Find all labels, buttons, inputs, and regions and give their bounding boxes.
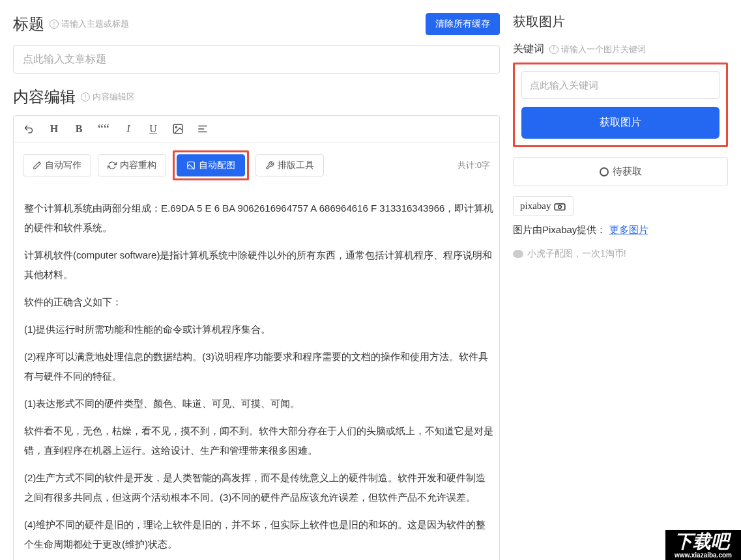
restructure-button[interactable]: 内容重构 <box>98 154 166 176</box>
paragraph: 整个计算机系统由两部分组成：E.69DA 5 E 6 BA 9062616964… <box>24 199 494 238</box>
provider-text: 图片由Pixabay提供： 更多图片 <box>513 224 728 236</box>
more-images-link[interactable]: 更多图片 <box>609 224 648 235</box>
title-input[interactable] <box>13 45 500 74</box>
camera-icon <box>553 202 566 211</box>
keyword-highlight-box: 获取图片 <box>513 63 728 147</box>
info-icon: ! <box>549 45 559 54</box>
sidebar: 获取图片 关键词 ! 请输入一个图片关键词 获取图片 待获取 pixabay 图… <box>513 13 728 560</box>
editor-box: H B ““ I U 自动写作 内容重构 <box>13 115 500 560</box>
fetch-image-button[interactable]: 获取图片 <box>521 107 719 139</box>
tools-icon <box>265 161 274 170</box>
undo-icon[interactable] <box>23 122 36 135</box>
word-count: 共计:0字 <box>458 160 490 171</box>
keyword-label: 关键词 <box>513 42 544 56</box>
watermark: 下载吧 www.xiazaiba.com <box>665 530 741 560</box>
auto-write-button[interactable]: 自动写作 <box>23 154 91 176</box>
auto-image-button[interactable]: 自动配图 <box>177 154 245 176</box>
keyword-label-row: 关键词 ! 请输入一个图片关键词 <box>513 42 728 56</box>
heading-icon[interactable]: H <box>48 122 61 135</box>
action-toolbar: 自动写作 内容重构 自动配图 排版工具 共计:0字 <box>14 143 499 188</box>
paragraph: (2)生产方式不同的软件是开发，是人类智能的高发挥，而不是传统意义上的硬件制造。… <box>24 468 494 507</box>
main-column: 标题 ! 请输入主题或标题 清除所有缓存 内容编辑 ! 内容编辑区 H B ““ <box>13 13 500 560</box>
clear-cache-button[interactable]: 清除所有缓存 <box>426 13 500 35</box>
svg-rect-6 <box>555 204 566 210</box>
content-hint: ! 内容编辑区 <box>81 91 135 103</box>
paragraph: (1)提供运行时所需功能和性能的命令或计算机程序集合。 <box>24 320 494 339</box>
align-left-icon[interactable] <box>196 122 209 135</box>
info-icon: ! <box>81 92 90 102</box>
cloud-icon <box>513 250 523 258</box>
pixabay-badge: pixabay <box>513 196 574 216</box>
paragraph: 软件的正确含义如下： <box>24 292 494 312</box>
refresh-icon <box>108 161 117 170</box>
image-icon[interactable] <box>171 122 184 135</box>
format-toolbar: H B ““ I U <box>14 116 499 143</box>
auto-image-highlight: 自动配图 <box>173 150 249 180</box>
paragraph: 计算机软件(computer software)是指计算机系统中除硬件以外的所有… <box>24 245 494 285</box>
editor-content[interactable]: 整个计算机系统由两部分组成：E.69DA 5 E 6 BA 9062616964… <box>14 188 499 560</box>
paragraph: (2)程序可以满意地处理信息的数据结构。(3)说明程序功能要求和程序需要的文档的… <box>24 347 494 386</box>
sidebar-heading: 获取图片 <box>513 13 728 31</box>
bold-icon[interactable]: B <box>72 122 85 135</box>
paragraph: 软件看不见，无色，枯燥，看不见，摸不到，闻不到。软件大部分存在于人们的头脑或纸上… <box>24 421 494 460</box>
underline-icon[interactable]: U <box>147 122 160 135</box>
content-heading: 内容编辑 <box>13 87 76 107</box>
circle-icon <box>600 167 609 176</box>
picture-icon <box>186 161 196 170</box>
pending-status: 待获取 <box>513 157 728 186</box>
keyword-input[interactable] <box>521 71 719 99</box>
quote-icon[interactable]: ““ <box>97 122 110 135</box>
paragraph: (1)表达形式不同的硬件类型、颜色、味道、可见、可摸、可闻。 <box>24 394 494 413</box>
svg-point-1 <box>175 126 177 128</box>
layout-tool-button[interactable]: 排版工具 <box>255 154 324 176</box>
keyword-hint: ! 请输入一个图片关键词 <box>549 44 646 55</box>
title-header: 标题 ! 请输入主题或标题 清除所有缓存 <box>13 13 500 35</box>
footer-note: 小虎子配图，一次1淘币! <box>513 248 728 260</box>
title-hint: ! 请输入主题或标题 <box>50 18 129 30</box>
info-icon: ! <box>50 20 59 29</box>
svg-point-7 <box>559 205 562 208</box>
title-heading: 标题 <box>13 14 44 35</box>
pencil-icon <box>33 161 42 170</box>
paragraph: (4)维护不同的硬件是旧的，理论上软件是旧的，并不坏，但实际上软件也是旧的和坏的… <box>24 515 494 554</box>
italic-icon[interactable]: I <box>122 122 135 135</box>
